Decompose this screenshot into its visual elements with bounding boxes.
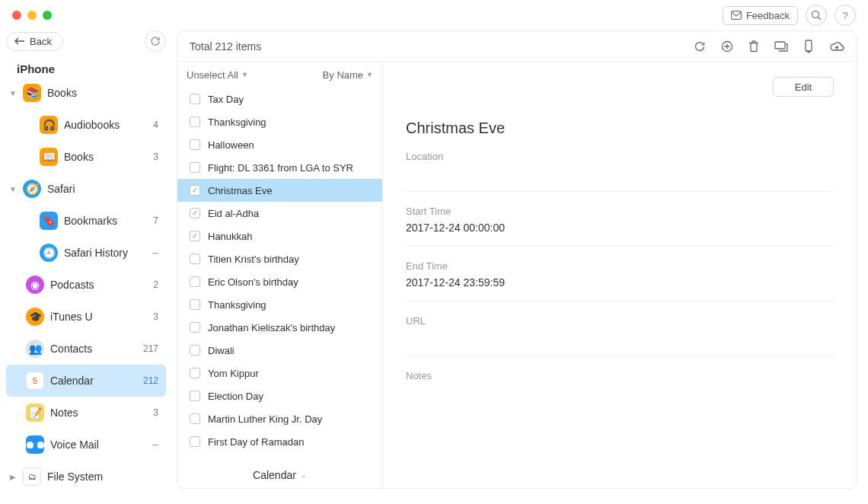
books-icon: 📚 <box>23 84 41 102</box>
count-badge: 3 <box>153 152 158 162</box>
list-item-label: Eid al-Adha <box>208 208 259 219</box>
sidebar-item-podcasts[interactable]: ◉ Podcasts 2 <box>6 269 166 301</box>
sidebar-item-label: Bookmarks <box>64 215 147 227</box>
help-button[interactable]: ? <box>834 5 856 26</box>
sidebar-item-label: Calendar <box>50 375 137 387</box>
sidebar-item-safari-history[interactable]: 🕘 Safari History -- <box>6 237 166 269</box>
list-item[interactable]: Christmas Eve <box>177 179 382 202</box>
podcasts-icon: ◉ <box>26 276 44 294</box>
list-item-label: Hanukkah <box>208 231 253 242</box>
list-item[interactable]: Flight: DL 3361 from LGA to SYR <box>177 156 382 179</box>
edit-button[interactable]: Edit <box>773 77 834 97</box>
list-item[interactable]: Eid al-Adha <box>177 202 382 225</box>
list-item[interactable]: Yom Kippur <box>177 362 382 384</box>
list-item[interactable]: Election Day <box>177 384 382 407</box>
checkbox[interactable] <box>190 322 200 333</box>
field-end-time: End Time 2017-12-24 23:59:59 <box>406 260 834 301</box>
list-item[interactable]: First Day of Ramadan <box>177 430 382 453</box>
safari-icon: 🧭 <box>23 180 41 198</box>
field-url: URL <box>406 315 834 356</box>
chevron-down-icon: ⌄ <box>301 471 307 479</box>
field-location: Location <box>406 151 834 192</box>
to-device-button[interactable] <box>774 41 788 52</box>
sort-label: By Name <box>323 69 363 81</box>
checkbox[interactable] <box>190 208 200 219</box>
list-item[interactable]: Diwali <box>177 339 382 362</box>
sidebar-item-notes[interactable]: 📝 Notes 3 <box>6 397 166 429</box>
list-item[interactable]: Jonathan Kieliszak's birthday <box>177 316 382 339</box>
to-pc-button[interactable] <box>803 40 814 53</box>
field-value <box>406 331 834 345</box>
checkbox[interactable] <box>190 299 200 310</box>
delete-button[interactable] <box>748 40 759 53</box>
count-badge: 212 <box>143 375 158 386</box>
list-item[interactable]: Hanukkah <box>177 225 382 247</box>
sidebar-item-itunes-u[interactable]: 🎓 iTunes U 3 <box>6 301 166 333</box>
refresh-button[interactable] <box>145 30 166 52</box>
count-badge: 4 <box>153 120 158 130</box>
window-controls <box>12 11 52 20</box>
main-header: Total 212 items <box>177 31 857 62</box>
search-button[interactable] <box>806 5 827 26</box>
list-item[interactable]: Martin Luther King Jr. Day <box>177 407 382 430</box>
close-window-button[interactable] <box>12 11 21 20</box>
list-item-label: Jonathan Kieliszak's birthday <box>208 322 335 333</box>
list-item[interactable]: Halloween <box>177 133 382 156</box>
checkbox[interactable] <box>190 413 200 424</box>
sidebar-item-contacts[interactable]: 👥 Contacts 217 <box>6 333 166 365</box>
sidebar-item-books[interactable]: 📖 Books 3 <box>6 141 166 173</box>
sidebar-group-safari[interactable]: ▼ 🧭 Safari <box>6 173 166 205</box>
sidebar-item-calendar[interactable]: 5 Calendar 212 <box>6 365 166 397</box>
sidebar-item-label: Podcasts <box>50 279 147 291</box>
event-list-scroll[interactable]: Tax DayThanksgivingHalloweenFlight: DL 3… <box>177 88 382 462</box>
item-count-label: Total 212 items <box>190 40 261 53</box>
select-toggle[interactable]: Unselect All ▼ <box>187 69 248 81</box>
sidebar-item-bookmarks[interactable]: 🔖 Bookmarks 7 <box>6 205 166 237</box>
list-group-picker[interactable]: Calendar ⌄ <box>177 462 382 488</box>
add-button[interactable] <box>721 40 733 53</box>
count-badge: -- <box>152 439 158 450</box>
checkbox[interactable] <box>190 94 200 104</box>
to-cloud-button[interactable] <box>829 41 844 52</box>
checkbox[interactable] <box>190 391 200 401</box>
checkbox[interactable] <box>190 368 200 378</box>
list-item[interactable]: Eric Olson's birthday <box>177 270 382 293</box>
list-item[interactable]: Thanksgiving <box>177 110 382 133</box>
list-item[interactable]: Titien Krist's birthday <box>177 247 382 270</box>
count-badge: 217 <box>143 343 158 354</box>
list-item-label: Tax Day <box>208 94 244 105</box>
back-button[interactable]: Back <box>6 32 63 51</box>
checkbox[interactable] <box>190 162 200 173</box>
list-item-label: Flight: DL 3361 from LGA to SYR <box>208 162 353 174</box>
sidebar-item-audiobooks[interactable]: 🎧 Audiobooks 4 <box>6 109 166 141</box>
sidebar-group-label: Safari <box>47 183 158 195</box>
sidebar-group-file-system[interactable]: ▶ 🗂 File System <box>6 461 166 489</box>
checkbox[interactable] <box>190 185 200 196</box>
sort-control[interactable]: By Name ▼ <box>323 69 373 81</box>
zoom-window-button[interactable] <box>43 11 52 20</box>
list-item-label: Halloween <box>208 139 254 151</box>
count-badge: -- <box>152 247 158 258</box>
notes-icon: 📝 <box>26 404 44 422</box>
itunes-u-icon: 🎓 <box>26 308 44 326</box>
checkbox[interactable] <box>190 254 200 264</box>
list-item-label: Titien Krist's birthday <box>208 254 299 265</box>
checkbox[interactable] <box>190 231 200 241</box>
list-item[interactable]: Thanksgiving <box>177 293 382 316</box>
sidebar-item-voice-mail[interactable]: ⏺⏺ Voice Mail -- <box>6 429 166 461</box>
checkbox[interactable] <box>190 345 200 356</box>
checkbox[interactable] <box>190 436 200 447</box>
list-item[interactable]: Tax Day <box>177 88 382 110</box>
sidebar-group-books[interactable]: ▼ 📚 Books <box>6 77 166 109</box>
sidebar-item-label: iTunes U <box>50 311 147 323</box>
list-item-label: Christmas Eve <box>208 185 273 196</box>
feedback-button[interactable]: Feedback <box>723 6 798 25</box>
list-group-label: Calendar <box>253 469 296 481</box>
checkbox[interactable] <box>190 139 200 150</box>
checkbox[interactable] <box>190 276 200 287</box>
refresh-button[interactable] <box>694 40 706 53</box>
audiobooks-icon: 🎧 <box>40 116 58 134</box>
checkbox[interactable] <box>190 116 200 127</box>
main-panel: Total 212 items Unselect All ▼ <box>177 30 857 489</box>
minimize-window-button[interactable] <box>27 11 37 20</box>
